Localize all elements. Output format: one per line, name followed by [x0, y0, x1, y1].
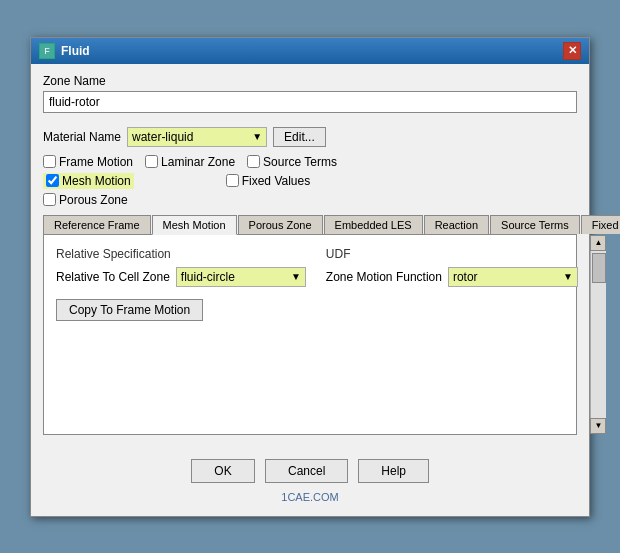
- dialog-content: Zone Name Material Name water-liquid ▼ E…: [31, 64, 589, 445]
- tab-fixed-values[interactable]: Fixed Values: [581, 215, 620, 234]
- mesh-motion-checkbox-item: Mesh Motion: [43, 173, 134, 189]
- tabs-row: Reference Frame Mesh Motion Porous Zone …: [43, 215, 577, 235]
- copy-to-frame-motion-button[interactable]: Copy To Frame Motion: [56, 299, 203, 321]
- ok-button[interactable]: OK: [191, 459, 255, 483]
- relative-to-label: Relative To Cell Zone: [56, 270, 170, 284]
- relative-spec-section: Relative Specification Relative To Cell …: [56, 247, 306, 287]
- title-bar-left: F Fluid: [39, 43, 90, 59]
- tab-porous-zone[interactable]: Porous Zone: [238, 215, 323, 234]
- help-button[interactable]: Help: [358, 459, 429, 483]
- title-bar: F Fluid ✕: [31, 38, 589, 64]
- relative-spec-title: Relative Specification: [56, 247, 306, 261]
- zone-name-section: Zone Name: [43, 74, 577, 121]
- zone-motion-dropdown[interactable]: rotor ▼: [448, 267, 578, 287]
- porous-zone-checkbox-item: Porous Zone: [43, 193, 128, 207]
- mesh-motion-checkbox[interactable]: [46, 174, 59, 187]
- fixed-values-label: Fixed Values: [242, 174, 310, 188]
- scrollbar-track: [591, 251, 606, 418]
- material-row: Material Name water-liquid ▼ Edit...: [43, 127, 577, 147]
- two-column-layout: Relative Specification Relative To Cell …: [56, 247, 578, 287]
- material-label: Material Name: [43, 130, 121, 144]
- bottom-buttons: OK Cancel Help: [31, 445, 589, 491]
- watermark: 1CAE.COM: [31, 491, 589, 507]
- fixed-values-checkbox-item: Fixed Values: [226, 174, 310, 188]
- source-terms-checkbox[interactable]: [247, 155, 260, 168]
- laminar-zone-checkbox[interactable]: [145, 155, 158, 168]
- relative-to-arrow: ▼: [291, 271, 301, 282]
- cancel-button[interactable]: Cancel: [265, 459, 348, 483]
- mesh-motion-label: Mesh Motion: [62, 174, 131, 188]
- tabs-container: Reference Frame Mesh Motion Porous Zone …: [43, 215, 577, 435]
- relative-to-dropdown[interactable]: fluid-circle ▼: [176, 267, 306, 287]
- edit-material-button[interactable]: Edit...: [273, 127, 326, 147]
- window-title: Fluid: [61, 44, 90, 58]
- material-dropdown-arrow: ▼: [252, 131, 262, 142]
- checkboxes-row-1: Frame Motion Laminar Zone Source Terms: [43, 155, 577, 169]
- laminar-zone-checkbox-item: Laminar Zone: [145, 155, 235, 169]
- porous-zone-checkbox[interactable]: [43, 193, 56, 206]
- source-terms-label: Source Terms: [263, 155, 337, 169]
- scrollbar: ▲ ▼: [590, 235, 606, 434]
- frame-motion-checkbox[interactable]: [43, 155, 56, 168]
- udf-section: UDF Zone Motion Function rotor ▼: [326, 247, 578, 287]
- udf-title: UDF: [326, 247, 578, 261]
- zone-name-input[interactable]: [43, 91, 577, 113]
- frame-motion-checkbox-item: Frame Motion: [43, 155, 133, 169]
- scrollbar-up-button[interactable]: ▲: [590, 235, 606, 251]
- tab-source-terms[interactable]: Source Terms: [490, 215, 580, 234]
- relative-to-row: Relative To Cell Zone fluid-circle ▼: [56, 267, 306, 287]
- checkboxes-row-2: Mesh Motion Fixed Values: [43, 173, 577, 189]
- scrollbar-thumb[interactable]: [592, 253, 606, 283]
- tab-reaction[interactable]: Reaction: [424, 215, 489, 234]
- zone-name-label: Zone Name: [43, 74, 577, 88]
- fixed-values-checkbox[interactable]: [226, 174, 239, 187]
- close-button[interactable]: ✕: [563, 42, 581, 60]
- zone-motion-row: Zone Motion Function rotor ▼: [326, 267, 578, 287]
- tab-mesh-motion[interactable]: Mesh Motion: [152, 215, 237, 235]
- material-dropdown[interactable]: water-liquid ▼: [127, 127, 267, 147]
- porous-zone-label: Porous Zone: [59, 193, 128, 207]
- tab-content-area: Relative Specification Relative To Cell …: [43, 235, 577, 435]
- checkboxes-row-3: Porous Zone: [43, 193, 577, 207]
- zone-motion-arrow: ▼: [563, 271, 573, 282]
- source-terms-checkbox-item: Source Terms: [247, 155, 337, 169]
- mesh-motion-panel: Relative Specification Relative To Cell …: [44, 235, 590, 434]
- tab-embedded-les[interactable]: Embedded LES: [324, 215, 423, 234]
- laminar-zone-label: Laminar Zone: [161, 155, 235, 169]
- zone-motion-label: Zone Motion Function: [326, 270, 442, 284]
- scrollbar-down-button[interactable]: ▼: [590, 418, 606, 434]
- tab-reference-frame[interactable]: Reference Frame: [43, 215, 151, 234]
- frame-motion-label: Frame Motion: [59, 155, 133, 169]
- window-icon: F: [39, 43, 55, 59]
- fluid-dialog: F Fluid ✕ Zone Name Material Name water-…: [30, 37, 590, 517]
